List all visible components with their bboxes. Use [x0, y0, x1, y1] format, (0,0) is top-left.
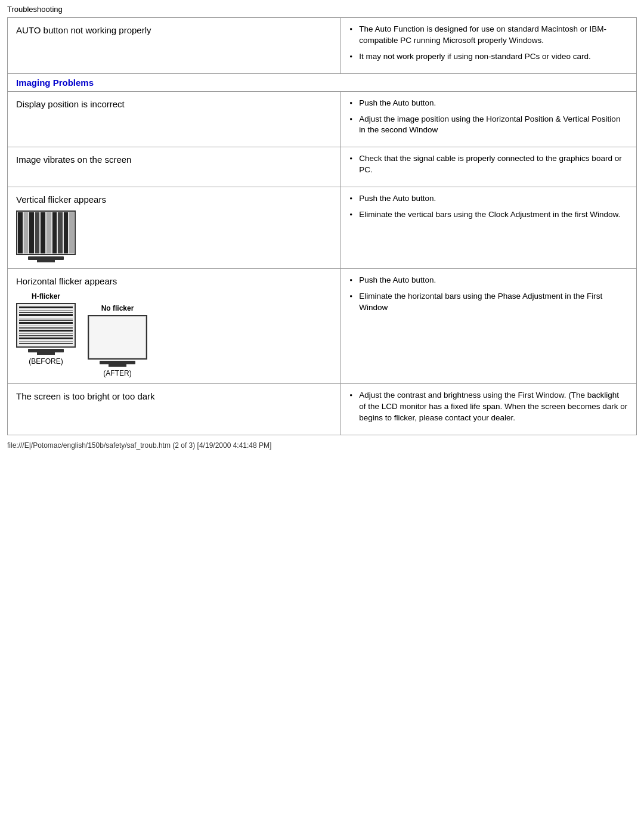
h-line: [19, 327, 73, 329]
h-line: [19, 330, 73, 332]
diagram-row: H-flicker: [16, 292, 332, 377]
section-header-row: Imaging Problems: [8, 73, 637, 91]
problem-cell: AUTO button not working properly: [8, 18, 341, 74]
list-item: Adjust the image position using the Hori…: [349, 114, 628, 137]
list-item: Push the Auto button.: [349, 193, 628, 205]
list-item: Check that the signal cable is properly …: [349, 153, 628, 176]
v-bar: [35, 212, 40, 253]
problem-text: Horizontal flicker appears: [16, 276, 117, 286]
after-caption: (AFTER): [103, 369, 131, 377]
before-caption: (BEFORE): [29, 357, 63, 366]
v-bar: [18, 212, 23, 253]
monitor-stand: [37, 352, 55, 355]
v-bar: [24, 212, 29, 253]
monitor-screen: [16, 210, 76, 255]
list-item: Adjust the contrast and brightness using…: [349, 390, 628, 424]
problem-text: Vertical flicker appears: [16, 194, 106, 205]
monitor-wrapper: [16, 210, 76, 262]
problem-text: Image vibrates on the screen: [16, 154, 131, 165]
solution-list: Push the Auto button. Adjust the image p…: [349, 98, 628, 137]
h-line: [19, 333, 73, 334]
solution-list: The Auto Function is designed for use on…: [349, 24, 628, 63]
no-flicker-area: [89, 316, 146, 358]
table-row: AUTO button not working properly The Aut…: [8, 18, 637, 74]
list-item: Eliminate the horizontal bars using the …: [349, 291, 628, 314]
v-bar: [29, 212, 34, 253]
solution-list: Push the Auto button. Eliminate the vert…: [349, 193, 628, 221]
problem-cell: Display position is incorrect: [8, 91, 341, 147]
section-title: Imaging Problems: [16, 78, 94, 88]
h-line: [19, 310, 73, 311]
list-item: The Auto Function is designed for use on…: [349, 24, 628, 47]
solution-list: Push the Auto button. Eliminate the hori…: [349, 275, 628, 314]
h-line: [19, 318, 73, 318]
table-row: Image vibrates on the screen Check that …: [8, 147, 637, 187]
page-title: Troubleshooting: [7, 5, 63, 14]
section-header-cell: Imaging Problems: [8, 73, 637, 91]
hflicker-label: H-flicker: [32, 292, 60, 301]
problem-cell: Vertical flicker appears: [8, 187, 341, 269]
v-bar: [47, 212, 51, 253]
h-line: [19, 306, 73, 308]
solution-cell: Push the Auto button. Eliminate the vert…: [341, 187, 637, 269]
problem-text: AUTO button not working properly: [16, 25, 151, 35]
h-line: [19, 312, 73, 313]
h-flicker-lines: [17, 304, 75, 346]
noflicker-screen: [88, 315, 147, 360]
problem-text: Display position is incorrect: [16, 99, 125, 109]
solution-cell: Check that the signal cable is properly …: [341, 147, 637, 187]
monitor-wrapper: [16, 303, 76, 355]
footer-text: file:///E|/Potomac/english/150b/safety/s…: [7, 441, 271, 450]
list-item: Push the Auto button.: [349, 275, 628, 286]
v-bar: [69, 212, 74, 253]
v-bar: [52, 212, 57, 253]
h-line: [19, 326, 73, 326]
table-row: Vertical flicker appears: [8, 187, 637, 269]
h-line: [19, 343, 73, 344]
h-line: [19, 314, 73, 316]
solution-cell: Push the Auto button. Eliminate the hori…: [341, 269, 637, 384]
hflicker-screen: [16, 303, 76, 348]
noflicker-item: No flicker (AFTER): [88, 304, 147, 377]
list-item: Eliminate the vertical bars using the Cl…: [349, 209, 628, 221]
main-content-table: AUTO button not working properly The Aut…: [7, 17, 637, 435]
solution-list: Adjust the contrast and brightness using…: [349, 390, 628, 424]
solution-list: Check that the signal cable is properly …: [349, 153, 628, 176]
monitor-stand: [37, 260, 55, 262]
vertical-flicker-diagram: [16, 210, 332, 262]
noflicker-label: No flicker: [101, 304, 134, 312]
h-line: [19, 320, 73, 321]
v-bar: [41, 212, 45, 253]
list-item: Push the Auto button.: [349, 98, 628, 109]
hflicker-item: H-flicker: [16, 292, 76, 366]
problem-cell: Image vibrates on the screen: [8, 147, 341, 187]
h-line: [19, 322, 73, 324]
table-row: Horizontal flicker appears H-flicker: [8, 269, 637, 384]
list-item: It may not work properly if using non-st…: [349, 51, 628, 63]
solution-cell: Adjust the contrast and brightness using…: [341, 384, 637, 435]
vertical-bars: [17, 212, 75, 254]
table-row: Display position is incorrect Push the A…: [8, 91, 637, 147]
h-line: [19, 341, 73, 342]
h-line: [19, 337, 73, 339]
monitor-wrapper: [88, 315, 147, 367]
solution-cell: Push the Auto button. Adjust the image p…: [341, 91, 637, 147]
table-row: The screen is too bright or too dark Adj…: [8, 384, 637, 435]
page-header: Troubleshooting: [7, 5, 637, 14]
v-bar: [58, 212, 63, 253]
solution-cell: The Auto Function is designed for use on…: [341, 18, 637, 74]
h-line: [19, 335, 73, 336]
monitor-stand: [109, 364, 126, 367]
problem-cell: Horizontal flicker appears H-flicker: [8, 269, 341, 384]
problem-cell: The screen is too bright or too dark: [8, 384, 341, 435]
problem-text: The screen is too bright or too dark: [16, 391, 155, 401]
v-bar: [64, 212, 69, 253]
page-footer: file:///E|/Potomac/english/150b/safety/s…: [7, 441, 637, 450]
horizontal-flicker-diagram: H-flicker: [16, 292, 332, 377]
